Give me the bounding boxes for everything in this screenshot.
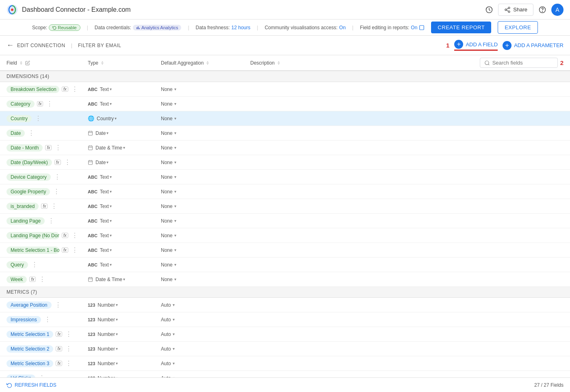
metrics-section-header: METRICS (7) <box>0 287 570 298</box>
create-report-button[interactable]: CREATE REPORT <box>431 22 491 33</box>
dots-menu[interactable]: ⋮ <box>38 275 46 283</box>
table-row[interactable]: Query ⋮ ABC Text ▾ None ▾ <box>0 258 570 272</box>
agg-cell[interactable]: None ▾ <box>161 87 250 92</box>
agg-cell[interactable]: Auto ▾ <box>161 361 250 366</box>
dots-menu[interactable]: ⋮ <box>46 100 54 108</box>
agg-cell[interactable]: None ▾ <box>161 174 250 180</box>
table-row[interactable]: Date (Day/Week) fx⋮ Date ▾ None ▾ <box>0 155 570 170</box>
add-parameter-button[interactable]: + ADD A PARAMETER <box>503 41 563 50</box>
svg-rect-10 <box>137 27 137 29</box>
add-parameter-label: ADD A PARAMETER <box>514 42 563 48</box>
agg-cell[interactable]: None ▾ <box>161 262 250 268</box>
dots-menu[interactable]: ⋮ <box>52 188 61 195</box>
table-row[interactable]: Date ⋮ Date ▾ None ▾ <box>0 126 570 141</box>
table-row[interactable]: Landing Page (No Domain) fx⋮ ABC Text ▾ … <box>0 228 570 243</box>
back-arrow-icon[interactable]: ← <box>7 41 14 50</box>
freshness-value[interactable]: 12 hours <box>232 25 251 30</box>
agg-col-header[interactable]: Default Aggregation <box>161 60 250 66</box>
agg-cell[interactable]: None ▾ <box>161 277 250 282</box>
table-row[interactable]: Device Category ⋮ ABC Text ▾ None ▾ <box>0 170 570 184</box>
field-col-header[interactable]: Field <box>7 60 88 66</box>
agg-cell[interactable]: None ▾ <box>161 145 250 151</box>
table-row[interactable]: Breakdown Selection fx⋮ ABC Text ▾ None … <box>0 82 570 97</box>
type-dropdown[interactable]: Text ▾ <box>100 189 112 195</box>
type-dropdown[interactable]: Text ▾ <box>100 218 112 224</box>
type-dropdown[interactable]: Text ▾ <box>100 247 112 253</box>
table-row[interactable]: Date - Month fx⋮ Date & Time ▾ None ▾ <box>0 141 570 155</box>
agg-cell[interactable]: Auto ▾ <box>161 346 250 352</box>
table-row[interactable]: Impressions ⋮ 123 Number ▾ Auto ▾ <box>0 312 570 327</box>
dots-menu[interactable]: ⋮ <box>50 202 58 210</box>
dots-menu[interactable]: ⋮ <box>34 115 42 122</box>
dots-menu[interactable]: ⋮ <box>30 261 39 269</box>
agg-cell[interactable]: None ▾ <box>161 218 250 224</box>
add-field-button[interactable]: + ADD A FIELD <box>454 40 498 51</box>
dots-menu[interactable]: ⋮ <box>53 173 61 181</box>
agg-cell[interactable]: None ▾ <box>161 189 250 195</box>
type-dropdown[interactable]: Text ▾ <box>100 262 112 268</box>
table-row[interactable]: is_branded fx⋮ ABC Text ▾ None ▾ <box>0 199 570 214</box>
type-col-header[interactable]: Type <box>88 60 161 66</box>
svg-rect-20 <box>89 146 93 150</box>
type-dropdown[interactable]: Text ▾ <box>100 233 112 238</box>
type-dropdown[interactable]: Number ▾ <box>98 361 118 366</box>
agg-cell[interactable]: None ▾ <box>161 116 250 121</box>
type-cell: 123 Number ▾ <box>88 302 161 308</box>
agg-cell[interactable]: None ▾ <box>161 247 250 253</box>
type-dropdown[interactable]: Number ▾ <box>98 331 118 337</box>
table-row[interactable]: Landing Page ⋮ ABC Text ▾ None ▾ <box>0 214 570 228</box>
dots-menu[interactable]: ⋮ <box>47 217 55 225</box>
type-dropdown[interactable]: Text ▾ <box>100 101 112 107</box>
agg-cell[interactable]: None ▾ <box>161 204 250 209</box>
type-dropdown[interactable]: Text ▾ <box>100 204 112 209</box>
table-row[interactable]: Week fx⋮ Date & Time ▾ None ▾ <box>0 272 570 287</box>
dots-menu[interactable]: ⋮ <box>71 246 79 254</box>
explore-button[interactable]: EXPLORE <box>498 21 538 34</box>
table-row[interactable]: Metric Selection 3 fx⋮ 123 Number ▾ Auto… <box>0 356 570 371</box>
desc-col-header[interactable]: Description <box>250 60 332 66</box>
type-dropdown[interactable]: Number ▾ <box>98 346 118 352</box>
table-row[interactable]: Category fx⋮ ABC Text ▾ None ▾ <box>0 97 570 111</box>
history-button[interactable] <box>485 6 493 14</box>
table-row[interactable]: Metric Selection 1 - Box fx⋮ ABC Text ▾ … <box>0 243 570 258</box>
dots-menu[interactable]: ⋮ <box>43 316 52 323</box>
dots-menu[interactable]: ⋮ <box>65 345 73 353</box>
dots-menu[interactable]: ⋮ <box>63 158 72 166</box>
type-dropdown[interactable]: Country ▾ <box>97 116 117 121</box>
agg-cell[interactable]: Auto ▾ <box>161 302 250 308</box>
type-dropdown[interactable]: Date & Time ▾ <box>95 145 125 151</box>
agg-cell[interactable]: None ▾ <box>161 130 250 136</box>
table-row[interactable]: Metric Selection 1 fx⋮ 123 Number ▾ Auto… <box>0 327 570 342</box>
dots-menu[interactable]: ⋮ <box>54 144 62 152</box>
agg-cell[interactable]: None ▾ <box>161 160 250 165</box>
type-dropdown[interactable]: Text ▾ <box>100 174 112 180</box>
data-credentials-item: Data credentials: Analytics Analytics <box>95 25 182 30</box>
dots-menu[interactable]: ⋮ <box>54 301 62 309</box>
table-row[interactable]: Country ⋮ 🌐 Country ▾ None ▾ <box>0 111 570 126</box>
agg-cell[interactable]: None ▾ <box>161 233 250 238</box>
dots-menu[interactable]: ⋮ <box>27 129 35 137</box>
search-input[interactable] <box>492 60 553 66</box>
type-dropdown[interactable]: Number ▾ <box>98 302 118 308</box>
table-row[interactable]: Metric Selection 2 fx⋮ 123 Number ▾ Auto… <box>0 342 570 356</box>
fx-badge: fx <box>56 361 62 366</box>
avatar[interactable]: A <box>551 4 563 16</box>
dots-menu[interactable]: ⋮ <box>71 232 79 239</box>
dots-menu[interactable]: ⋮ <box>71 85 79 93</box>
agg-cell[interactable]: Auto ▾ <box>161 331 250 337</box>
type-dropdown[interactable]: Text ▾ <box>100 87 112 92</box>
agg-cell[interactable]: Auto ▾ <box>161 317 250 323</box>
type-dropdown[interactable]: Date ▾ <box>95 130 108 136</box>
type-dropdown[interactable]: Date & Time ▾ <box>95 277 125 282</box>
type-cell: ABC Text ▾ <box>88 174 161 180</box>
type-cell: 123 Number ▾ <box>88 361 161 366</box>
dots-menu[interactable]: ⋮ <box>65 330 73 338</box>
type-dropdown[interactable]: Date ▾ <box>95 160 108 165</box>
table-row[interactable]: Average Position ⋮ 123 Number ▾ Auto ▾ <box>0 298 570 312</box>
help-button[interactable] <box>538 6 546 14</box>
table-row[interactable]: Google Property ⋮ ABC Text ▾ None ▾ <box>0 184 570 199</box>
dots-menu[interactable]: ⋮ <box>65 360 73 367</box>
type-dropdown[interactable]: Number ▾ <box>98 317 118 323</box>
share-button[interactable]: Share <box>498 4 533 16</box>
agg-cell[interactable]: None ▾ <box>161 101 250 107</box>
